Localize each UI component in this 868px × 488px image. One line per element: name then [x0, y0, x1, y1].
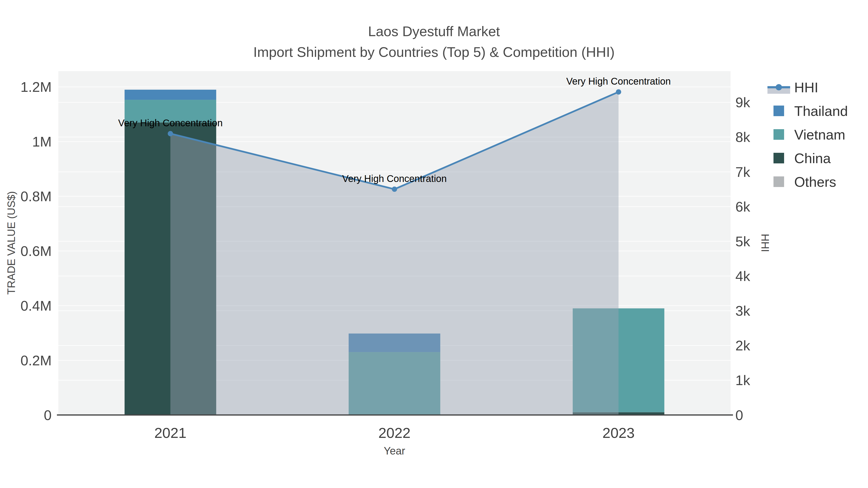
- left-tick-label: 1M: [32, 134, 52, 150]
- left-tick-label: 0.8M: [21, 189, 52, 204]
- right-tick-label: 4k: [735, 268, 750, 284]
- right-tick-label: 9k: [735, 94, 750, 110]
- legend-color-swatch: [774, 176, 784, 187]
- right-tick-label: 2k: [735, 337, 750, 353]
- left-axis-title: TRADE VALUE (US$): [5, 191, 17, 295]
- legend-color-swatch: [774, 129, 784, 140]
- legend-item-vietnam[interactable]: Vietnam: [774, 127, 845, 142]
- right-tick-label: 1k: [735, 372, 750, 388]
- x-tick-label-2022: 2022: [378, 425, 410, 441]
- x-tick-label-2021: 2021: [154, 425, 186, 441]
- chart-figure: Very High ConcentrationVery High Concent…: [0, 0, 868, 488]
- legend-color-swatch: [774, 153, 784, 163]
- legend-label-thailand: Thailand: [794, 103, 848, 119]
- annotation-2021: Very High Concentration: [118, 118, 223, 128]
- x-axis-title: Year: [384, 445, 405, 457]
- legend-label-others: Others: [794, 174, 836, 190]
- legend-color-swatch: [774, 105, 784, 116]
- legend-label-hhi: HHI: [794, 79, 818, 95]
- left-tick-label: 0.2M: [21, 353, 52, 368]
- bar-thailand-2021[interactable]: [125, 90, 216, 100]
- legend-item-china[interactable]: China: [774, 151, 831, 166]
- chart-title-line2: Import Shipment by Countries (Top 5) & C…: [253, 44, 615, 60]
- right-tick-label: 7k: [735, 164, 750, 180]
- legend: HHIThailandVietnamChinaOthers: [768, 79, 848, 190]
- legend-item-hhi[interactable]: HHI: [768, 79, 818, 95]
- hhi-marker-2022[interactable]: [392, 187, 397, 192]
- right-tick-label: 5k: [735, 233, 750, 249]
- right-tick-label: 8k: [735, 129, 750, 145]
- annotation-2022: Very High Concentration: [342, 173, 447, 184]
- left-tick-label: 0.6M: [21, 243, 52, 259]
- hhi-marker-2023[interactable]: [616, 89, 621, 94]
- hhi-marker-2021[interactable]: [168, 131, 173, 136]
- left-axis-ticks: 00.2M0.4M0.6M0.8M1M1.2M: [21, 79, 52, 423]
- left-tick-label: 1.2M: [21, 79, 52, 95]
- right-axis-title: HHI: [759, 234, 771, 252]
- chart-title-line1: Laos Dyestuff Market: [368, 23, 500, 39]
- legend-label-vietnam: Vietnam: [794, 127, 845, 142]
- legend-item-thailand[interactable]: Thailand: [774, 103, 848, 119]
- legend-marker-swatch: [776, 84, 782, 90]
- x-axis-ticks: 202120222023: [154, 425, 634, 441]
- right-tick-label: 0: [735, 407, 743, 423]
- annotation-2023: Very High Concentration: [566, 76, 671, 87]
- combo-chart: Very High ConcentrationVery High Concent…: [0, 0, 868, 488]
- legend-item-others[interactable]: Others: [774, 174, 836, 190]
- right-tick-label: 3k: [735, 303, 750, 319]
- right-axis-ticks: 01k2k3k4k5k6k7k8k9k: [735, 94, 750, 423]
- left-tick-label: 0: [44, 407, 52, 423]
- right-tick-label: 6k: [735, 199, 750, 215]
- left-tick-label: 0.4M: [21, 298, 52, 314]
- x-tick-label-2023: 2023: [602, 425, 634, 441]
- legend-label-china: China: [794, 151, 831, 166]
